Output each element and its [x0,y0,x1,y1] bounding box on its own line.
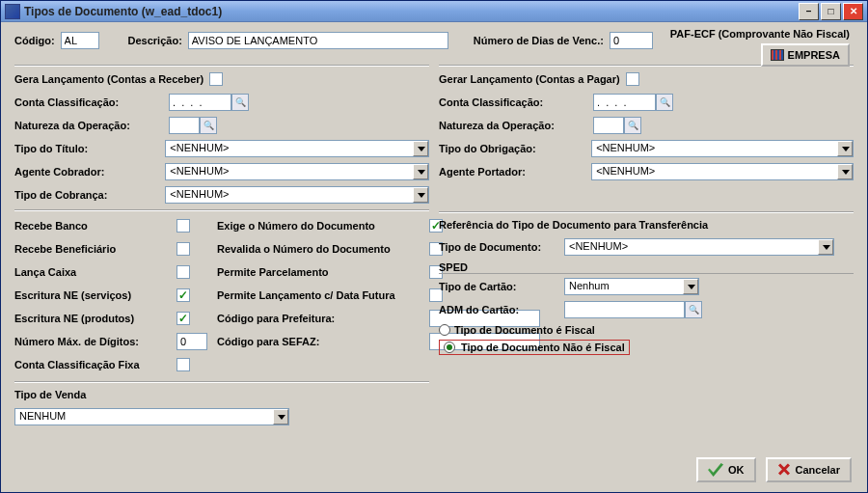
cancel-button-label: Cancelar [796,464,840,476]
chevron-down-icon [683,279,698,294]
close-button[interactable]: ✕ [843,3,863,20]
radio-nao-fiscal-label: Tipo de Documento Não é Fiscal [461,342,625,353]
tipo-titulo-label: Tipo do Título: [14,143,165,154]
escritura-serv-label: Escritura NE (serviços) [14,289,176,301]
lanca-caixa-label: Lança Caixa [14,266,176,278]
check-icon [708,463,723,477]
num-max-label: Número Máx. de Dígitos: [14,336,176,347]
tipo-obrig-label: Tipo do Obrigação: [439,143,591,154]
recebe-banco-checkbox[interactable] [176,219,190,233]
pagar-natureza-label: Natureza da Operação: [439,120,593,131]
tipo-cobranca-select[interactable]: <NENHUM> [165,186,429,204]
dias-venc-label: Número de Dias de Venc.: [474,35,604,46]
pagar-conta-input[interactable] [593,94,656,111]
agente-portador-select[interactable]: <NENHUM> [591,163,854,180]
radio-fiscal-label: Tipo de Documento é Fiscal [454,324,595,336]
receber-title: Gera Lançamento (Contas a Receber) [14,73,203,85]
receber-checkbox[interactable] [209,72,223,86]
tipo-cartao-label: Tipo de Cartão: [439,281,564,292]
adm-cartao-lookup[interactable]: 🔍 [685,301,702,318]
receber-conta-input[interactable] [169,94,231,111]
ref-title: Referência do Tipo de Documento para Tra… [439,219,708,231]
chevron-down-icon [837,164,853,179]
codigo-label: Código: [14,35,55,46]
minimize-button[interactable]: – [799,3,819,20]
chart-icon [771,49,784,61]
codigo-input[interactable] [61,32,99,49]
chevron-down-icon [413,141,428,156]
tipo-venda-title: Tipo de Venda [14,389,86,400]
escritura-prod-label: Escritura NE (produtos) [14,313,176,324]
radio-nao-fiscal[interactable] [444,342,455,353]
recebe-banco-label: Recebe Banco [14,220,176,232]
empresa-button-label: EMPRESA [788,49,840,61]
maximize-button[interactable]: □ [821,3,841,20]
lanca-caixa-checkbox[interactable] [176,265,190,279]
pagar-checkbox[interactable] [626,72,639,86]
permite-lanc-label: Permite Lançamento c/ Data Futura [217,289,429,301]
titlebar: Tipos de Documento (w_ead_tdoc1) – □ ✕ [1,1,867,22]
paf-label: PAF-ECF (Comprovante Não Fiscal) [670,28,850,40]
dias-venc-input[interactable] [610,32,653,49]
tipo-titulo-select[interactable]: <NENHUM> [165,140,429,157]
revalida-label: Revalida o Número do Documento [217,243,429,255]
cod-sefaz-label: Código para SEFAZ: [217,336,429,347]
chevron-down-icon [837,141,853,156]
agente-portador-label: Agente Portador: [439,166,591,178]
ok-button-label: OK [728,464,745,476]
tipo-venda-select[interactable]: NENHUM [14,408,289,425]
chevron-down-icon [818,239,833,255]
chevron-down-icon [413,164,428,179]
sped-label: SPED [439,261,854,274]
chevron-down-icon [413,187,428,203]
cancel-button[interactable]: Cancelar [766,457,852,482]
app-icon [5,4,20,19]
radio-fiscal[interactable] [439,324,450,336]
empresa-button[interactable]: EMPRESA [761,43,850,67]
receber-natureza-input[interactable] [169,117,200,134]
exige-num-label: Exige o Número do Documento [217,220,429,232]
descricao-input[interactable] [188,32,448,49]
escritura-serv-checkbox[interactable] [176,288,190,302]
cod-pref-label: Código para Prefeitura: [217,313,429,324]
agente-cobrador-select[interactable]: <NENHUM> [165,163,429,180]
x-icon [777,463,791,477]
permite-parc-label: Permite Parcelamento [217,266,429,278]
tipo-cartao-select[interactable]: Nenhum [564,278,699,295]
adm-cartao-input[interactable] [564,301,685,318]
receber-conta-lookup[interactable]: 🔍 [231,94,249,111]
ref-tipo-doc-select[interactable]: <NENHUM> [564,238,834,256]
tipo-cobranca-label: Tipo de Cobrança: [14,189,165,201]
escritura-prod-checkbox[interactable] [176,312,190,325]
chevron-down-icon [273,409,288,425]
conta-fixa-checkbox[interactable] [176,358,190,371]
num-max-input[interactable] [176,333,207,350]
window-title: Tipos de Documento (w_ead_tdoc1) [24,5,222,18]
pagar-conta-label: Conta Classificação: [439,96,593,108]
recebe-benef-label: Recebe Beneficiário [14,243,176,255]
receber-conta-label: Conta Classificação: [14,96,169,108]
pagar-natureza-lookup[interactable]: 🔍 [624,117,641,134]
recebe-benef-checkbox[interactable] [176,242,190,256]
receber-natureza-lookup[interactable]: 🔍 [200,117,217,134]
pagar-conta-lookup[interactable]: 🔍 [656,94,673,111]
conta-fixa-label: Conta Classificação Fixa [14,359,176,370]
agente-cobrador-label: Agente Cobrador: [14,166,165,178]
adm-cartao-label: ADM do Cartão: [439,304,564,315]
pagar-title: Gerar Lançamento (Contas a Pagar) [439,73,620,85]
pagar-natureza-input[interactable] [593,117,624,134]
ref-tipo-doc-label: Tipo de Documento: [439,241,564,253]
descricao-label: Descrição: [128,35,182,46]
radio-nao-fiscal-highlight: Tipo de Documento Não é Fiscal [439,340,630,355]
tipo-obrig-select[interactable]: <NENHUM> [591,140,854,157]
receber-natureza-label: Natureza da Operação: [14,120,169,131]
ok-button[interactable]: OK [696,457,756,482]
